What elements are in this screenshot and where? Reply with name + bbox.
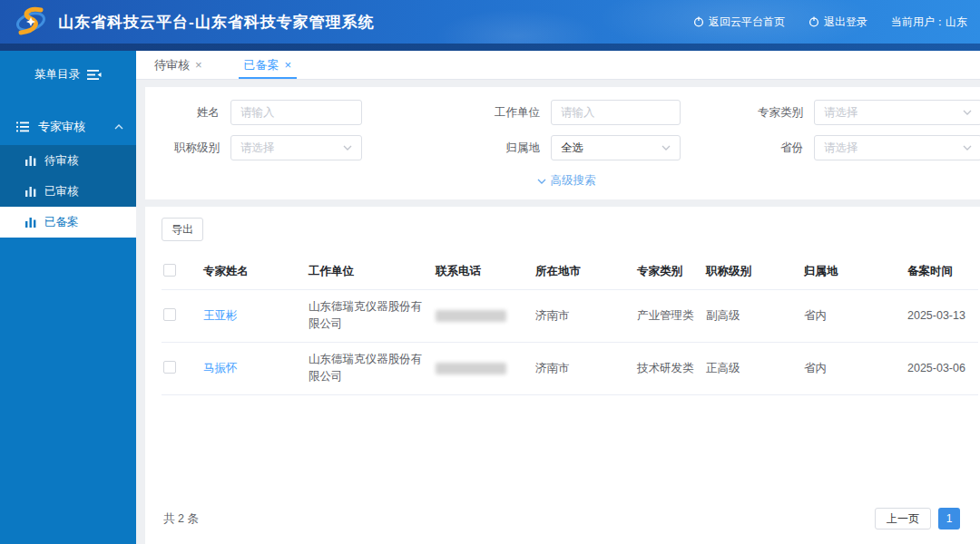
province-select[interactable]: 请选择	[814, 135, 980, 160]
sidebar-submenu: 待审核 已审核 已备案	[0, 145, 136, 238]
name-label: 姓名	[152, 105, 230, 121]
city-cell: 济南市	[534, 290, 635, 343]
tab-recorded[interactable]: 已备案 ×	[239, 51, 298, 79]
table-row: 王亚彬 山东德瑞克仪器股份有限公司 济南市 产业管理类 副高级 省内 2025-…	[162, 290, 978, 343]
region-select[interactable]: 全选	[551, 135, 681, 160]
expert-category-label: 专家类别	[736, 105, 814, 121]
chevron-down-icon	[963, 110, 972, 115]
sidebar-item-pending-review[interactable]: 待审核	[0, 145, 136, 176]
tab-label: 已备案	[244, 57, 279, 73]
pagination-bar: 共 2 条 上一页 1	[162, 493, 980, 544]
sidebar-item-label: 已审核	[44, 184, 79, 199]
sidebar: 菜单目录 专家审核 待审核 已审核	[0, 51, 136, 544]
col-expert-name: 专家姓名	[201, 254, 307, 290]
table-header-row: 专家姓名 工作单位 联系电话 所在地市 专家类别 职称级别 归属地 备案时间	[162, 254, 978, 290]
collapse-menu-icon	[87, 69, 102, 81]
return-home-link[interactable]: 返回云平台首页	[693, 15, 785, 30]
work-unit-cell: 山东德瑞克仪器股份有限公司	[307, 342, 434, 394]
col-city: 所在地市	[534, 254, 635, 290]
col-title-level: 职称级别	[704, 254, 802, 290]
col-phone: 联系电话	[434, 254, 534, 290]
sidebar-item-label: 已备案	[44, 215, 79, 230]
region-label: 归属地	[473, 141, 551, 156]
title-level-cell: 副高级	[704, 290, 802, 343]
record-date-cell: 2025-03-06	[906, 342, 978, 394]
search-panel: 姓名 工作单位 专家类别 请选择 职称级别 请选择	[145, 87, 980, 199]
chevron-down-icon	[537, 179, 546, 184]
return-home-label: 返回云平台首页	[709, 15, 785, 30]
export-button[interactable]: 导出	[162, 218, 203, 241]
sidebar-item-label: 待审核	[44, 153, 79, 169]
home-circle-icon	[693, 16, 704, 27]
sidebar-group-expert-review[interactable]: 专家审核	[0, 109, 136, 145]
page-1-button[interactable]: 1	[938, 508, 960, 529]
chevron-down-icon	[662, 145, 671, 151]
chevron-down-icon	[963, 145, 972, 151]
city-cell: 济南市	[534, 342, 635, 394]
row-checkbox[interactable]	[163, 361, 176, 374]
page-title: 山东省科技云平台-山东省科技专家管理系统	[58, 12, 375, 33]
name-input[interactable]	[240, 106, 352, 119]
work-unit-cell: 山东德瑞克仪器股份有限公司	[307, 290, 434, 343]
expert-name-link[interactable]: 王亚彬	[203, 309, 238, 322]
results-table: 专家姓名 工作单位 联系电话 所在地市 专家类别 职称级别 归属地 备案时间 王…	[162, 254, 978, 395]
current-user-label: 当前用户：山东	[891, 15, 967, 30]
sidebar-item-recorded[interactable]: 已备案	[0, 207, 136, 238]
close-icon[interactable]: ×	[285, 58, 292, 72]
category-cell: 产业管理类	[635, 290, 704, 343]
main-content: 待审核 × 已备案 × 姓名 工作单位 专家类别 请选择	[136, 51, 980, 544]
sidebar-group-label: 专家审核	[38, 119, 85, 135]
tab-pending-review[interactable]: 待审核 ×	[149, 51, 208, 79]
menu-toggle-label: 菜单目录	[34, 67, 80, 83]
region-cell: 省内	[802, 290, 906, 343]
title-level-select[interactable]: 请选择	[230, 135, 362, 160]
logout-link[interactable]: 退出登录	[808, 15, 867, 30]
power-icon	[808, 16, 819, 27]
chevron-up-icon	[114, 124, 123, 130]
col-category: 专家类别	[635, 254, 704, 290]
list-icon	[16, 121, 29, 132]
record-date-cell: 2025-03-13	[906, 290, 978, 343]
app-header: 山东省科技云平台-山东省科技专家管理系统 返回云平台首页 退出登录 当前用户：山…	[0, 0, 980, 44]
work-unit-label: 工作单位	[473, 105, 551, 121]
advanced-search-label: 高级搜索	[551, 173, 596, 189]
current-user: 当前用户：山东	[891, 15, 967, 30]
tab-label: 待审核	[154, 57, 190, 73]
close-icon[interactable]: ×	[195, 58, 202, 72]
col-record-date: 备案时间	[906, 254, 978, 290]
bar-chart-icon	[25, 187, 36, 197]
prev-page-button[interactable]: 上一页	[875, 508, 931, 529]
title-level-cell: 正高级	[704, 342, 802, 394]
category-cell: 技术研发类	[635, 342, 704, 394]
bar-chart-icon	[25, 156, 36, 166]
tab-bar: 待审核 × 已备案 ×	[136, 51, 980, 80]
phone-redacted	[436, 363, 506, 374]
region-cell: 省内	[802, 342, 906, 394]
table-row: 马振怀 山东德瑞克仪器股份有限公司 济南市 技术研发类 正高级 省内 2025-…	[162, 342, 978, 394]
chevron-down-icon	[343, 145, 352, 151]
menu-toggle[interactable]: 菜单目录	[0, 56, 136, 92]
app-logo-icon	[13, 4, 49, 40]
total-count: 共 2 条	[163, 511, 199, 527]
title-level-label: 职称级别	[152, 141, 230, 156]
select-all-checkbox[interactable]	[163, 264, 176, 277]
bar-chart-icon	[25, 218, 36, 228]
expert-category-select[interactable]: 请选择	[814, 100, 980, 125]
sidebar-item-reviewed[interactable]: 已审核	[0, 176, 136, 207]
phone-redacted	[436, 310, 506, 322]
row-checkbox[interactable]	[163, 308, 176, 321]
logout-label: 退出登录	[824, 15, 867, 30]
advanced-search-link[interactable]: 高级搜索	[152, 170, 980, 192]
work-unit-input[interactable]	[561, 106, 671, 119]
col-work-unit: 工作单位	[307, 254, 434, 290]
col-region: 归属地	[802, 254, 906, 290]
expert-name-link[interactable]: 马振怀	[203, 362, 238, 374]
results-panel: 导出 专家姓名 工作单位 联系电话 所在地市 专家类别 职称级别 归属地 备案时…	[145, 207, 980, 544]
province-label: 省份	[736, 141, 814, 156]
